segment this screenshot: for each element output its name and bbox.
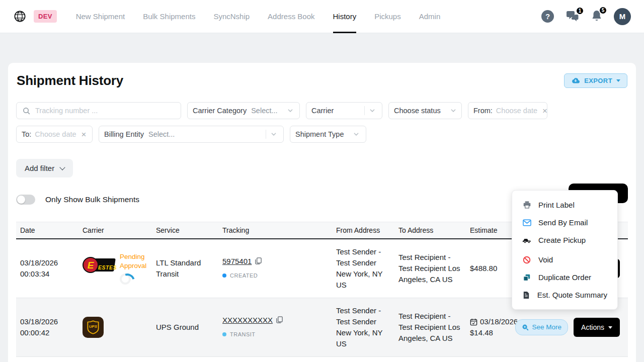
- from-date-picker[interactable]: From: Choose date ×: [468, 102, 547, 119]
- user-avatar[interactable]: M: [614, 8, 631, 25]
- column-header-carrier: Carrier: [78, 222, 152, 239]
- tracking-number-input[interactable]: [34, 106, 175, 115]
- svg-text:UPS: UPS: [89, 324, 98, 329]
- nav-item-new-shipment[interactable]: New Shipment: [76, 0, 125, 33]
- printer-icon: [522, 201, 531, 209]
- chevron-down-icon: [368, 106, 377, 115]
- ups-carrier-logo: UPS: [83, 317, 104, 338]
- bulk-shipments-toggle[interactable]: [16, 195, 35, 205]
- shipment-status: CREATED: [230, 270, 258, 281]
- to-address: Test Recipient - Test Recipient Los Ange…: [394, 239, 466, 298]
- chat-count-badge: 1: [576, 7, 584, 15]
- nav-item-pickups[interactable]: Pickups: [374, 0, 401, 33]
- notifications-button[interactable]: 5: [591, 10, 603, 23]
- bulk-toggle-label: Only Show Bulk Shipments: [45, 195, 139, 204]
- document-icon: [522, 291, 530, 299]
- from-address: Test Sender - Test Sender New York, NY U…: [332, 239, 394, 298]
- messages-button[interactable]: 1: [566, 10, 580, 23]
- nav-item-bulk-shipments[interactable]: Bulk Shipments: [143, 0, 195, 33]
- caret-down-icon: [616, 79, 620, 82]
- shipment-date: 03/18/2026 00:00:42: [16, 298, 78, 357]
- estes-carrier-logo: E ESTES: [83, 256, 115, 274]
- toggle-knob: [17, 196, 25, 204]
- status-dot: [222, 332, 226, 336]
- menu-item-send-by-email[interactable]: Send By Email: [512, 214, 617, 231]
- column-header-tracking: Tracking: [218, 222, 332, 239]
- column-header-to-address: To Address: [394, 222, 466, 239]
- nav-item-syncnship[interactable]: SyncNship: [213, 0, 250, 33]
- main-nav: New Shipment Bulk Shipments SyncNship Ad…: [76, 0, 441, 33]
- estimate-date: 03/18/2026: [480, 316, 518, 327]
- question-mark-icon: ?: [545, 12, 550, 21]
- help-button[interactable]: ?: [541, 10, 554, 23]
- menu-item-duplicate-order[interactable]: Duplicate Order: [512, 268, 617, 286]
- carrier-select[interactable]: Carrier: [306, 102, 382, 119]
- status-dot: [222, 274, 226, 278]
- column-header-from-address: From Address: [332, 222, 394, 239]
- row-actions-button[interactable]: Actions: [574, 318, 620, 337]
- chevron-down-icon: [269, 130, 278, 139]
- column-header-date: Date: [16, 222, 78, 239]
- nav-item-admin[interactable]: Admin: [419, 0, 441, 33]
- menu-item-create-pickup[interactable]: Create Pickup: [512, 231, 617, 249]
- loading-spinner-icon: [120, 274, 131, 285]
- from-address: Test Sender -: [332, 357, 394, 362]
- duplicate-icon: [522, 274, 531, 282]
- to-date-picker[interactable]: To: Choose date ×: [16, 126, 93, 143]
- see-more-button[interactable]: See More: [515, 319, 569, 335]
- carrier-category-select[interactable]: Carrier Category Select...: [187, 102, 300, 119]
- chevron-down-icon: [352, 130, 361, 139]
- notification-count-badge: 5: [599, 6, 607, 15]
- copy-icon[interactable]: [276, 317, 283, 325]
- page-title: Shipment History: [17, 73, 123, 88]
- copy-icon[interactable]: [255, 258, 262, 266]
- chevron-down-icon: [286, 106, 295, 115]
- chevron-down-icon: [449, 106, 458, 115]
- void-icon: [522, 256, 531, 264]
- calendar-icon: [470, 318, 477, 326]
- from-address: Test Sender - Test Sender New York, NY U…: [332, 298, 394, 357]
- filters-bar: Carrier Category Select... Carrier Choos…: [16, 102, 575, 143]
- magnifier-plus-icon: [522, 324, 529, 331]
- shipment-history-card: Shipment History EXPORT Carrier Category…: [8, 63, 636, 362]
- table-row: Test Sender - Test Recipient -: [16, 357, 628, 362]
- shipment-status: TRANSIT: [230, 329, 256, 340]
- billing-entity-select[interactable]: Billing Entity Select...: [99, 126, 284, 143]
- cloud-download-icon: [571, 77, 580, 84]
- shipment-date: 03/18/2026 00:03:34: [16, 239, 78, 298]
- tracking-number-link[interactable]: XXXXXXXXXX: [222, 316, 273, 324]
- shipment-type-select[interactable]: Shipment Type: [290, 126, 366, 143]
- tracking-number-link[interactable]: 5975401: [222, 257, 252, 265]
- email-icon: [522, 219, 531, 226]
- tracking-search-field[interactable]: [16, 102, 181, 119]
- to-address: Test Recipient - Test Recipient Los Ange…: [394, 298, 466, 357]
- brand: DEV: [13, 10, 57, 23]
- actions-dropdown-menu: Print Label Send By Email Create Pickup …: [512, 190, 618, 310]
- estimate-price: $14.48: [470, 327, 518, 338]
- status-select[interactable]: Choose status: [388, 102, 462, 119]
- add-filter-button[interactable]: Add filter: [16, 159, 73, 177]
- nav-item-history[interactable]: History: [333, 0, 357, 33]
- to-address: Test Recipient -: [394, 357, 466, 362]
- nav-item-address-book[interactable]: Address Book: [268, 0, 314, 33]
- export-button[interactable]: EXPORT: [564, 73, 627, 88]
- clear-to-date-icon[interactable]: ×: [82, 130, 87, 139]
- pending-approval-status: Pending Approval: [120, 252, 155, 270]
- top-nav: DEV New Shipment Bulk Shipments SyncNshi…: [0, 0, 644, 33]
- chevron-down-icon: [60, 164, 65, 170]
- search-icon: [23, 107, 30, 115]
- page-body: Shipment History EXPORT Carrier Category…: [0, 33, 644, 362]
- menu-item-print-label[interactable]: Print Label: [512, 196, 617, 214]
- truck-icon: [522, 236, 531, 244]
- shipment-service: UPS Ground: [152, 298, 218, 357]
- globe-logo-icon[interactable]: [13, 10, 27, 23]
- column-header-service: Service: [152, 222, 218, 239]
- caret-down-icon: [608, 326, 612, 329]
- dev-environment-badge: DEV: [34, 10, 57, 23]
- clear-from-date-icon[interactable]: ×: [542, 107, 547, 115]
- shipment-service: LTL Standard Transit: [152, 239, 218, 298]
- menu-item-void[interactable]: Void: [512, 251, 617, 268]
- menu-item-est-quote-summary[interactable]: Est. Quote Summary: [512, 286, 617, 304]
